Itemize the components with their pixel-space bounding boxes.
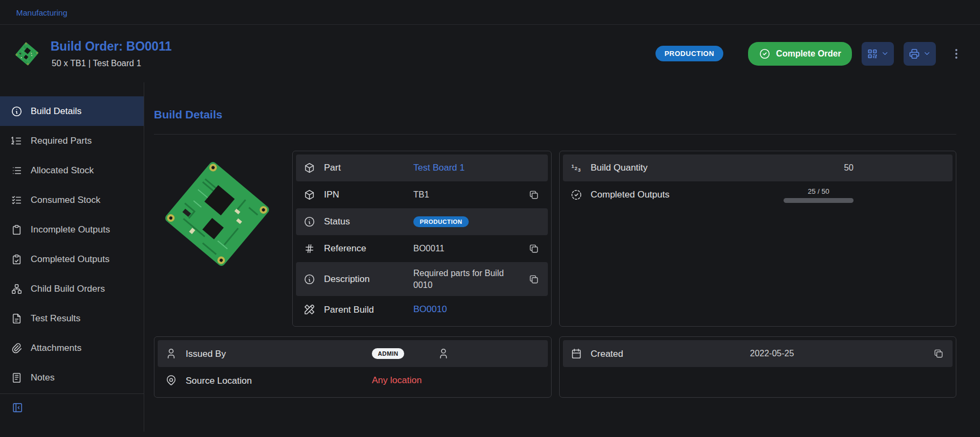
details-grid: Part Test Board 1 IPN TB1 Status PRODUCT…: [154, 151, 956, 398]
clipboard-check-icon: [11, 253, 23, 265]
progress-check-icon: [570, 189, 582, 201]
copy-button[interactable]: [527, 188, 540, 201]
part-image[interactable]: [154, 151, 280, 277]
completed-outputs-progress: 25 / 50: [784, 187, 854, 203]
progress-bar: [784, 198, 854, 203]
svg-text:2: 2: [574, 166, 577, 171]
sidebar-item-incomplete-outputs[interactable]: Incomplete Outputs: [0, 215, 144, 244]
complete-order-label: Complete Order: [776, 49, 841, 59]
details-cell: Part Test Board 1 IPN TB1 Status PRODUCT…: [154, 151, 552, 327]
calendar-icon: [570, 348, 582, 360]
info-circle-icon: [304, 273, 315, 285]
breadcrumb-manufacturing[interactable]: Manufacturing: [16, 8, 67, 17]
parent-build-link[interactable]: BO0010: [413, 304, 447, 315]
part-thumbnail-image[interactable]: [13, 40, 41, 68]
clipboard-icon: [11, 224, 23, 236]
copy-icon: [528, 189, 539, 200]
hash-icon: [304, 243, 315, 255]
sidebar-item-label: Consumed Stock: [31, 195, 100, 206]
detail-label-ipn: IPN: [324, 189, 405, 200]
quantity-panel: 123 Build Quantity 50 Completed Outputs …: [559, 151, 957, 327]
sidebar-item-label: Completed Outputs: [31, 254, 109, 265]
details-panel: Part Test Board 1 IPN TB1 Status PRODUCT…: [292, 151, 552, 327]
list-check-icon: [11, 194, 23, 206]
notes-icon: [11, 372, 23, 384]
sidebar-item-completed-outputs[interactable]: Completed Outputs: [0, 244, 144, 274]
section-heading: Build Details: [154, 108, 956, 121]
copy-icon: [528, 274, 539, 285]
sidebar-collapse-button[interactable]: [0, 394, 144, 421]
page-title: Build Order: BO0011: [51, 39, 172, 54]
detail-label-part: Part: [324, 162, 405, 173]
source-location-value: Any location: [372, 375, 422, 386]
qrcode-icon: [866, 48, 878, 60]
sidebar-item-consumed-stock[interactable]: Consumed Stock: [0, 185, 144, 215]
package-icon: [304, 162, 315, 174]
created-value: 2022-05-25: [750, 349, 794, 358]
created-label: Created: [591, 348, 742, 360]
info-circle-icon: [11, 105, 23, 117]
copy-button[interactable]: [527, 273, 540, 286]
source-location-label: Source Location: [186, 375, 363, 386]
package-icon: [304, 189, 315, 201]
sitemap-icon: [11, 283, 23, 295]
detail-row-description: Description Required parts for Build 001…: [296, 262, 548, 296]
sidebar-item-attachments[interactable]: Attachments: [0, 333, 144, 363]
numbers-123-icon: 123: [570, 162, 582, 174]
created-panel: Created 2022-05-25: [559, 336, 957, 398]
copy-button[interactable]: [932, 347, 945, 360]
description-value: Required parts for Build 0010: [413, 267, 507, 291]
detail-row-status: Status PRODUCTION: [296, 208, 548, 235]
sidebar-item-allocated-stock[interactable]: Allocated Stock: [0, 156, 144, 185]
svg-text:3: 3: [577, 167, 580, 173]
detail-label-description: Description: [324, 273, 405, 285]
info-circle-icon: [304, 216, 315, 228]
sidebar-item-notes[interactable]: Notes: [0, 363, 144, 392]
order-status-badge: PRODUCTION: [655, 46, 723, 61]
build-quantity-value: 50: [844, 163, 854, 173]
build-quantity-row: 123 Build Quantity 50: [563, 154, 953, 181]
detail-label-status: Status: [324, 216, 405, 227]
heading-divider: [154, 134, 956, 135]
complete-order-button[interactable]: Complete Order: [748, 42, 852, 66]
detail-row-part: Part Test Board 1: [296, 154, 548, 181]
ipn-value: TB1: [413, 190, 429, 200]
svg-text:1: 1: [571, 164, 574, 169]
reference-value: BO0011: [413, 244, 445, 253]
main-panel: Build Details Part Test Board 1 IPN: [144, 82, 980, 432]
user-icon: [165, 348, 177, 360]
issued-by-label: Issued By: [186, 348, 363, 360]
content-area: Build Details Required Parts Allocated S…: [0, 82, 980, 432]
copy-icon: [933, 348, 944, 359]
sidebar-item-test-results[interactable]: Test Results: [0, 304, 144, 333]
sidebar-item-child-build-orders[interactable]: Child Build Orders: [0, 274, 144, 304]
part-link[interactable]: Test Board 1: [413, 163, 464, 173]
sidebar: Build Details Required Parts Allocated S…: [0, 82, 144, 432]
user-icon: [438, 348, 449, 360]
print-actions-button[interactable]: [904, 42, 936, 66]
sidebar-item-label: Notes: [31, 372, 54, 383]
dots-vertical-icon: [950, 47, 963, 60]
more-actions-button[interactable]: [949, 44, 964, 64]
sidebar-item-label: Allocated Stock: [31, 165, 94, 176]
sidebar-item-build-details[interactable]: Build Details: [0, 96, 144, 126]
detail-row-ipn: IPN TB1: [296, 181, 548, 208]
created-row: Created 2022-05-25: [563, 340, 953, 367]
source-location-row: Source Location Any location: [158, 367, 548, 394]
completed-outputs-row: Completed Outputs 25 / 50: [563, 181, 953, 208]
copy-button[interactable]: [527, 242, 540, 255]
issued-by-badge: ADMIN: [372, 348, 404, 359]
sidebar-item-label: Child Build Orders: [31, 284, 105, 294]
sidebar-item-label: Build Details: [31, 106, 82, 117]
issued-panel: Issued By ADMIN Source Location Any loca…: [154, 336, 552, 398]
barcode-actions-button[interactable]: [862, 42, 894, 66]
map-pin-icon: [165, 375, 177, 386]
chevron-down-icon: [881, 50, 889, 58]
chevron-down-icon: [923, 50, 931, 58]
issued-by-row: Issued By ADMIN: [158, 340, 548, 367]
sidebar-item-required-parts[interactable]: Required Parts: [0, 126, 144, 156]
detail-row-parent-build: Parent Build BO0010: [296, 296, 548, 323]
sidebar-collapse-icon: [11, 401, 132, 414]
sidebar-item-label: Required Parts: [31, 136, 91, 146]
printer-icon: [908, 48, 920, 60]
